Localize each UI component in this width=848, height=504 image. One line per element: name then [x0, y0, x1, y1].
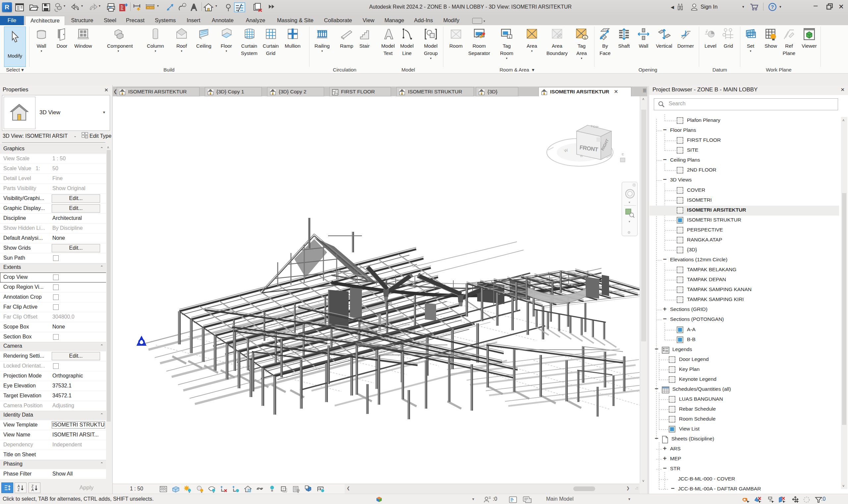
svg-text:A: A	[32, 488, 34, 491]
svg-text:1: 1	[584, 36, 586, 39]
svg-text:1: 1	[509, 35, 510, 39]
svg-text:?: ?	[771, 4, 774, 10]
svg-text:A: A	[18, 484, 20, 488]
svg-text:S: S	[580, 154, 583, 158]
svg-text:1: 1	[706, 29, 708, 32]
svg-text:Z: Z	[32, 484, 33, 488]
svg-text:Z: Z	[18, 488, 20, 491]
svg-text:E: E	[622, 152, 624, 156]
